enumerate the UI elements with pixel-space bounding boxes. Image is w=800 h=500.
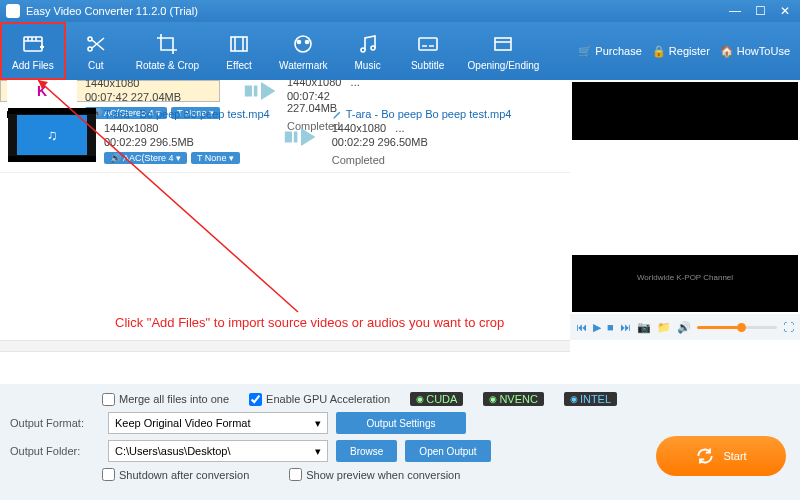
effect-button[interactable]: Effect bbox=[209, 22, 269, 80]
add-files-button[interactable]: Add Files bbox=[0, 22, 66, 80]
svg-rect-9 bbox=[419, 38, 437, 50]
purchase-link[interactable]: 🛒Purchase bbox=[578, 45, 641, 58]
svg-rect-0 bbox=[24, 37, 42, 51]
shutdown-checkbox[interactable]: Shutdown after conversion bbox=[102, 468, 249, 481]
svg-point-4 bbox=[295, 36, 311, 52]
list-item[interactable]: K Let's Dance test.mp4 1440x1080 00:07:4… bbox=[0, 80, 220, 102]
subtitle-button[interactable]: Subtitle bbox=[398, 22, 458, 80]
register-link[interactable]: 🔒Register bbox=[652, 45, 710, 58]
preview-panel: Worldwide K-POP Channel ⏮ ▶ ■ ⏭ 📷 📁 🔊 ⛶ bbox=[570, 80, 800, 340]
cut-button[interactable]: Cut bbox=[66, 22, 126, 80]
music-icon bbox=[355, 31, 381, 57]
preview-watermark: Worldwide K-POP Channel bbox=[637, 273, 733, 282]
svg-rect-3 bbox=[231, 37, 247, 51]
open-folder-button[interactable]: 📁 bbox=[657, 321, 671, 334]
refresh-icon bbox=[695, 446, 715, 466]
output-settings-button[interactable]: Output Settings bbox=[336, 412, 466, 434]
next-button[interactable]: ⏭ bbox=[620, 321, 631, 333]
open-output-button[interactable]: Open Output bbox=[405, 440, 490, 462]
list-item[interactable]: ♫ T-ara - Bo peep Bo peep test.mp4 1440x… bbox=[0, 102, 570, 173]
output-folder-label: Output Folder: bbox=[10, 445, 100, 457]
play-button[interactable]: ▶ bbox=[593, 321, 601, 334]
gpu-checkbox[interactable]: Enable GPU Acceleration bbox=[249, 393, 390, 406]
toolbar: Add Files Cut Rotate & Crop Effect Water… bbox=[0, 22, 800, 80]
intel-badge: ◉ INTEL bbox=[564, 392, 617, 406]
minimize-button[interactable]: — bbox=[729, 4, 741, 18]
arrow-icon bbox=[278, 108, 324, 166]
watermark-icon bbox=[290, 31, 316, 57]
preview-video[interactable]: Worldwide K-POP Channel bbox=[572, 82, 798, 312]
chevron-down-icon: ▾ bbox=[315, 417, 321, 430]
volume-icon[interactable]: 🔊 bbox=[677, 321, 691, 334]
output-format-select[interactable]: Keep Original Video Format▾ bbox=[108, 412, 328, 434]
source-duration: 00:07:42 227.04MB bbox=[85, 91, 235, 103]
lock-icon: 🔒 bbox=[652, 45, 666, 58]
player-controls: ⏮ ▶ ■ ⏭ 📷 📁 🔊 ⛶ bbox=[570, 314, 800, 340]
svg-rect-10 bbox=[495, 38, 511, 50]
bottom-panel: Merge all files into one Enable GPU Acce… bbox=[0, 384, 800, 500]
dest-duration: 00:02:29 296.50MB bbox=[332, 136, 562, 148]
svg-point-7 bbox=[361, 48, 365, 52]
nvenc-badge: ◉ NVENC bbox=[483, 392, 544, 406]
stop-button[interactable]: ■ bbox=[607, 321, 614, 333]
subtitle-select[interactable]: T None ▾ bbox=[191, 152, 240, 164]
svg-point-6 bbox=[306, 41, 309, 44]
opening-ending-button[interactable]: Opening/Ending bbox=[458, 22, 550, 80]
svg-point-1 bbox=[88, 37, 92, 41]
svg-point-8 bbox=[371, 46, 375, 50]
status-text: Completed bbox=[332, 154, 562, 166]
watermark-button[interactable]: Watermark bbox=[269, 22, 338, 80]
preview-checkbox[interactable]: Show preview when conversion bbox=[289, 468, 460, 481]
effect-icon bbox=[226, 31, 252, 57]
edit-icon[interactable] bbox=[332, 109, 343, 120]
source-filename: T-ara - Bo peep Bo peep test.mp4 bbox=[104, 108, 270, 120]
subtitle-icon bbox=[415, 31, 441, 57]
snapshot-button[interactable]: 📷 bbox=[637, 321, 651, 334]
dest-resolution: 1440x1080 ... bbox=[332, 122, 562, 134]
dest-resolution: 1440x1080 ... bbox=[287, 80, 360, 88]
source-duration: 00:02:29 296.5MB bbox=[104, 136, 270, 148]
audio-select[interactable]: 🔊 AAC(Stere 4 ▾ bbox=[104, 152, 187, 164]
crop-icon bbox=[154, 31, 180, 57]
file-list: K Let's Dance test.mp4 1440x1080 00:07:4… bbox=[0, 80, 570, 340]
horizontal-scrollbar[interactable] bbox=[0, 340, 570, 352]
arrow-icon bbox=[243, 80, 279, 102]
output-format-label: Output Format: bbox=[10, 417, 100, 429]
rotate-crop-button[interactable]: Rotate & Crop bbox=[126, 22, 209, 80]
svg-point-2 bbox=[88, 47, 92, 51]
source-resolution: 1440x1080 bbox=[85, 80, 235, 89]
merge-checkbox[interactable]: Merge all files into one bbox=[102, 393, 229, 406]
chevron-down-icon: ▾ bbox=[315, 445, 321, 458]
opening-icon bbox=[490, 31, 516, 57]
fullscreen-button[interactable]: ⛶ bbox=[783, 321, 794, 333]
app-icon bbox=[6, 4, 20, 18]
volume-slider[interactable] bbox=[697, 326, 777, 329]
thumbnail: ♫ bbox=[8, 108, 96, 162]
scissors-icon bbox=[83, 31, 109, 57]
maximize-button[interactable]: ☐ bbox=[755, 4, 766, 18]
film-add-icon bbox=[20, 31, 46, 57]
home-icon: 🏠 bbox=[720, 45, 734, 58]
browse-button[interactable]: Browse bbox=[336, 440, 397, 462]
output-folder-input[interactable]: C:\Users\asus\Desktop\▾ bbox=[108, 440, 328, 462]
cart-icon: 🛒 bbox=[578, 45, 592, 58]
titlebar: Easy Video Converter 11.2.0 (Trial) — ☐ … bbox=[0, 0, 800, 22]
source-resolution: 1440x1080 bbox=[104, 122, 270, 134]
prev-button[interactable]: ⏮ bbox=[576, 321, 587, 333]
app-title: Easy Video Converter 11.2.0 (Trial) bbox=[26, 5, 198, 17]
howto-link[interactable]: 🏠HowToUse bbox=[720, 45, 790, 58]
cuda-badge: ◉ CUDA bbox=[410, 392, 463, 406]
svg-point-5 bbox=[298, 41, 301, 44]
dest-filename: T-ara - Bo peep Bo peep test.mp4 bbox=[346, 108, 512, 120]
close-button[interactable]: ✕ bbox=[780, 4, 790, 18]
add-files-label: Add Files bbox=[12, 60, 54, 71]
music-button[interactable]: Music bbox=[338, 22, 398, 80]
start-button[interactable]: Start bbox=[656, 436, 786, 476]
